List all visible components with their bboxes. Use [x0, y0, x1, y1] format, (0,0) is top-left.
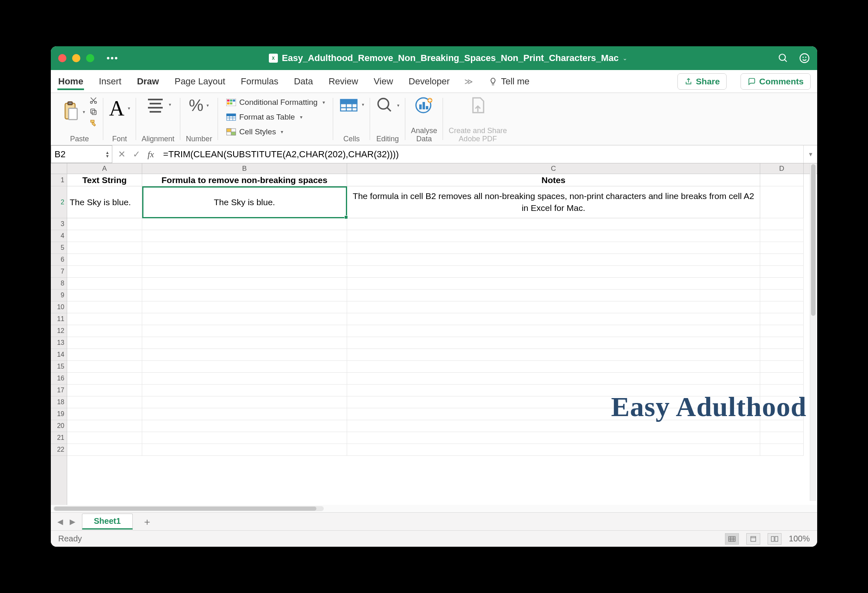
titlebar-overflow-button[interactable]: ••• [107, 53, 118, 63]
cell-C14[interactable] [347, 349, 760, 361]
select-all-corner[interactable] [51, 163, 67, 174]
paste-dropdown-icon[interactable]: ▾ [83, 109, 85, 115]
cell-C3[interactable] [347, 218, 760, 230]
number-dropdown-icon[interactable]: ▾ [207, 103, 209, 108]
cell-D9[interactable] [760, 290, 804, 301]
cells-icon[interactable] [339, 96, 359, 113]
cell-B14[interactable] [142, 349, 347, 361]
next-sheet-button[interactable]: ▶ [66, 517, 79, 526]
cell-C13[interactable] [347, 337, 760, 349]
row-header-12[interactable]: 12 [51, 325, 67, 337]
row-header-10[interactable]: 10 [51, 301, 67, 313]
cell-C9[interactable] [347, 290, 760, 301]
col-header-B[interactable]: B [142, 163, 347, 174]
cell-B15[interactable] [142, 361, 347, 373]
row-header-18[interactable]: 18 [51, 396, 67, 408]
tell-me-button[interactable]: Tell me [489, 76, 529, 87]
sheet-tab-sheet1[interactable]: Sheet1 [82, 514, 133, 530]
tab-insert[interactable]: Insert [98, 73, 122, 90]
cell-A20[interactable] [67, 420, 142, 432]
row-header-4[interactable]: 4 [51, 230, 67, 242]
cell-C5[interactable] [347, 242, 760, 254]
row-header-2[interactable]: 2 [51, 186, 67, 218]
fx-icon[interactable]: fx [148, 149, 154, 160]
col-header-A[interactable]: A [67, 163, 142, 174]
cell-D5[interactable] [760, 242, 804, 254]
cell-A4[interactable] [67, 230, 142, 242]
cell-D12[interactable] [760, 325, 804, 337]
cell-A7[interactable] [67, 266, 142, 278]
cell-A10[interactable] [67, 301, 142, 313]
cell-C12[interactable] [347, 325, 760, 337]
format-as-table-button[interactable]: Format as Table ▾ [224, 111, 305, 123]
row-header-13[interactable]: 13 [51, 337, 67, 349]
cell-A17[interactable] [67, 385, 142, 396]
cut-icon[interactable] [89, 96, 98, 104]
horizontal-scrollbar[interactable] [53, 506, 324, 511]
cell-A8[interactable] [67, 278, 142, 290]
cancel-formula-icon[interactable]: ✕ [118, 149, 125, 160]
cell-B1[interactable]: Formula to remove non-breaking spaces [142, 174, 347, 186]
row-header-9[interactable]: 9 [51, 290, 67, 301]
add-sheet-button[interactable]: ＋ [140, 516, 154, 528]
cell-B8[interactable] [142, 278, 347, 290]
row-header-22[interactable]: 22 [51, 444, 67, 456]
cell-C7[interactable] [347, 266, 760, 278]
cell-B3[interactable] [142, 218, 347, 230]
row-header-17[interactable]: 17 [51, 385, 67, 396]
cell-D7[interactable] [760, 266, 804, 278]
cell-A6[interactable] [67, 254, 142, 266]
cell-D4[interactable] [760, 230, 804, 242]
row-header-8[interactable]: 8 [51, 278, 67, 290]
tab-home[interactable]: Home [57, 73, 84, 90]
row-header-7[interactable]: 7 [51, 266, 67, 278]
cell-B19[interactable] [142, 408, 347, 420]
cell-A3[interactable] [67, 218, 142, 230]
row-header-20[interactable]: 20 [51, 420, 67, 432]
row-header-1[interactable]: 1 [51, 174, 67, 186]
cell-B16[interactable] [142, 373, 347, 385]
page-layout-view-button[interactable] [746, 533, 760, 545]
row-header-21[interactable]: 21 [51, 432, 67, 444]
font-dropdown-icon[interactable]: ▾ [128, 106, 130, 111]
zoom-level-label[interactable]: 100% [789, 534, 810, 543]
tab-developer[interactable]: Developer [408, 73, 450, 90]
row-header-16[interactable]: 16 [51, 373, 67, 385]
analyse-data-icon[interactable] [414, 96, 434, 114]
cell-D13[interactable] [760, 337, 804, 349]
formula-input[interactable] [160, 145, 803, 163]
name-box-stepper[interactable]: ▴▾ [106, 151, 109, 158]
cell-C8[interactable] [347, 278, 760, 290]
tabs-overflow-icon[interactable]: ≫ [464, 77, 473, 86]
cell-D10[interactable] [760, 301, 804, 313]
cell-C1[interactable]: Notes [347, 174, 760, 186]
title-dropdown-icon[interactable]: ⌄ [623, 55, 627, 61]
cell-B11[interactable] [142, 313, 347, 325]
cell-B6[interactable] [142, 254, 347, 266]
row-header-14[interactable]: 14 [51, 349, 67, 361]
fullscreen-window-button[interactable] [86, 54, 94, 62]
cell-D22[interactable] [760, 444, 804, 456]
tab-view[interactable]: View [373, 73, 394, 90]
cell-D16[interactable] [760, 373, 804, 385]
editing-icon[interactable] [376, 96, 394, 114]
cell-D14[interactable] [760, 349, 804, 361]
cell-B12[interactable] [142, 325, 347, 337]
copy-icon[interactable] [89, 108, 98, 116]
cell-C2[interactable]: The formula in cell B2 removes all non-b… [347, 186, 760, 218]
paste-icon[interactable] [61, 101, 79, 122]
cell-A16[interactable] [67, 373, 142, 385]
tab-draw[interactable]: Draw [136, 73, 160, 90]
cell-A19[interactable] [67, 408, 142, 420]
row-header-5[interactable]: 5 [51, 242, 67, 254]
row-header-6[interactable]: 6 [51, 254, 67, 266]
cell-A21[interactable] [67, 432, 142, 444]
cell-D15[interactable] [760, 361, 804, 373]
cell-C22[interactable] [347, 444, 760, 456]
cell-A5[interactable] [67, 242, 142, 254]
editing-dropdown-icon[interactable]: ▾ [397, 103, 400, 108]
format-painter-icon[interactable] [89, 119, 98, 127]
cell-D6[interactable] [760, 254, 804, 266]
conditional-formatting-button[interactable]: Conditional Formatting ▾ [224, 96, 327, 109]
cell-D21[interactable] [760, 432, 804, 444]
